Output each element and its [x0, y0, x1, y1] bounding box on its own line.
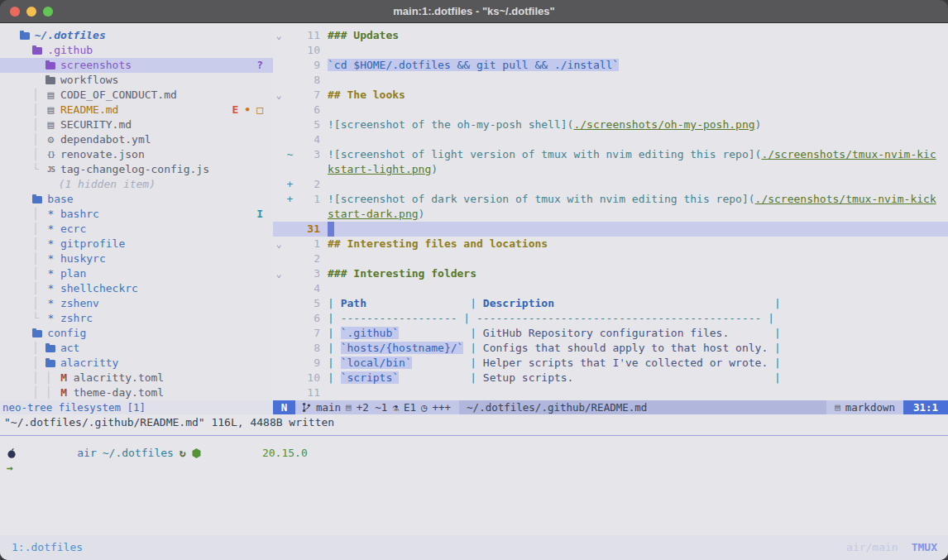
tree-item-tag-changelog-config-js[interactable]: └ JStag-changelog-config.js [0, 162, 273, 177]
editor-line[interactable]: 9| `local/bin` | Helper scripts that I'v… [273, 356, 948, 371]
tree-item-theme-day-toml[interactable]: │ │ Mtheme-day.toml [0, 385, 273, 400]
indent-guide: │ [7, 237, 45, 251]
indent-guide [7, 177, 59, 192]
node-icon [192, 419, 256, 488]
window-title: main:1:.dotfiles - "ks~/.dotfiles" [0, 5, 948, 17]
tree-item-github[interactable]: .github [0, 43, 273, 58]
tree-item-act[interactable]: │ act [0, 341, 273, 356]
tree-item-bashrc[interactable]: │ *bashrcI [0, 207, 273, 222]
close-button[interactable] [10, 7, 20, 17]
fold-column [273, 162, 285, 177]
tree-item-label: alacritty [60, 356, 118, 371]
line-number: 10 [295, 43, 328, 58]
zoom-button[interactable] [43, 7, 53, 17]
tree-item-readme-md[interactable]: │ ▤README.mdE•□ [0, 103, 273, 117]
tree-item-zshrc[interactable]: └ *zshrc [0, 311, 273, 326]
clock-icon: ◷ [421, 400, 428, 414]
tree-item-gitprofile[interactable]: │ *gitprofile [0, 237, 273, 251]
tree-item-ecrc[interactable]: │ *ecrc [0, 222, 273, 237]
neotree-panel[interactable]: ~/.dotfiles .github screenshots? workflo… [0, 23, 273, 400]
fold-open-icon[interactable]: ⌄ [273, 28, 285, 43]
js-icon: JS [45, 162, 56, 177]
fold-column [273, 385, 285, 400]
toml-icon: M [59, 371, 69, 385]
editor-line[interactable]: start-dark.png) [273, 207, 948, 222]
tree-item-alacritty-toml[interactable]: │ │ Malacritty.toml [0, 371, 273, 385]
sign-column [285, 237, 295, 251]
tree-item-dotfiles[interactable]: ~/.dotfiles [0, 28, 273, 43]
line-content: | `.github` | GitHub Repository configur… [328, 326, 948, 341]
tree-item-screenshots[interactable]: screenshots? [0, 58, 273, 73]
fold-column [273, 341, 285, 356]
tmux-window-tab[interactable]: 1:.dotfiles [0, 540, 83, 555]
editor-line[interactable]: 8 [273, 73, 948, 88]
terminal-window: main:1:.dotfiles - "ks~/.dotfiles" ~/.do… [0, 0, 948, 560]
shell-pane[interactable]: air ~/.dotfiles ↻ 20.15.0 → [0, 436, 948, 476]
sign-column [285, 88, 295, 103]
editor-line[interactable]: 5![screenshot of the oh-my-posh shell](.… [273, 117, 948, 132]
statusline-extra: +++ [433, 400, 452, 414]
tree-item-label: theme-day.toml [74, 385, 165, 400]
tree-item-plan[interactable]: │ *plan [0, 266, 273, 281]
editor-line[interactable]: 10 [273, 43, 948, 58]
prompt-path: ~/.dotfiles [103, 446, 174, 461]
tree-item-shellcheckrc[interactable]: │ *shellcheckrc [0, 281, 273, 296]
editor-line[interactable]: +2 [273, 177, 948, 192]
prompt-arrow[interactable]: → [7, 461, 948, 476]
editor-line[interactable]: ⌄ 1## Interesting files and locations [273, 237, 948, 251]
tree-item-1-hidden-item[interactable]: (1 hidden item) [0, 177, 273, 192]
tree-item-huskyrc[interactable]: │ *huskyrc [0, 251, 273, 266]
fold-open-icon[interactable]: ⌄ [273, 266, 285, 281]
mode-indicator: N [273, 400, 295, 414]
editor-line[interactable]: 5| Path | Description | [273, 296, 948, 311]
fold-open-icon[interactable]: ⌄ [273, 88, 285, 103]
folder-open-icon [32, 47, 42, 55]
braces-icon: {} [45, 147, 56, 162]
tree-item-zshenv[interactable]: │ *zshenv [0, 296, 273, 311]
editor-line[interactable]: 11 [273, 385, 948, 400]
fold-open-icon[interactable]: ⌄ [273, 237, 285, 251]
prompt-host: air [77, 446, 96, 461]
fold-column [273, 58, 285, 73]
editor-line[interactable]: 7| `.github` | GitHub Repository configu… [273, 326, 948, 341]
tree-item-renovate-json[interactable]: │ {}renovate.json [0, 147, 273, 162]
tree-item-alacritty[interactable]: │ alacritty [0, 356, 273, 371]
editor-line[interactable]: 4 [273, 281, 948, 296]
git-sign: ~ [285, 147, 295, 162]
line-number: 4 [295, 132, 328, 147]
indent-guide: │ [7, 132, 45, 147]
tree-item-dependabot-yml[interactable]: │ ⚙dependabot.yml [0, 132, 273, 147]
editor-line[interactable]: 4 [273, 132, 948, 147]
sign-column [285, 43, 295, 58]
indent-guide: │ [7, 266, 45, 281]
editor-line[interactable]: 6 [273, 103, 948, 117]
indent-guide: │ [7, 103, 45, 117]
editor-panel[interactable]: ⌄ 11### Updates 10 9`cd $HOME/.dotfiles … [273, 23, 948, 400]
tree-item-workflows[interactable]: workflows [0, 73, 273, 88]
editor-line[interactable]: kstart-light.png) [273, 162, 948, 177]
editor-line[interactable]: ⌄ 11### Updates [273, 28, 948, 43]
editor-line[interactable]: 6| ------------------ | ----------------… [273, 311, 948, 326]
editor-cursor-line[interactable]: 31 [273, 222, 948, 237]
editor-line[interactable]: 8| `hosts/{hostname}/` | Configs that sh… [273, 341, 948, 356]
git-diagnostic-badges: E•□ [232, 103, 273, 117]
editor-line[interactable]: ~3![screenshot of light version of tmux … [273, 147, 948, 162]
editor-line[interactable]: 2 [273, 251, 948, 266]
folder-open-icon [32, 196, 42, 203]
editor-line[interactable]: 10| `scripts` | Setup scripts. | [273, 371, 948, 385]
sign-column [285, 371, 295, 385]
editor-line[interactable]: +1![screenshot of dark version of tmux w… [273, 192, 948, 207]
node-version: 20.15.0 [262, 446, 308, 461]
tree-item-security-md[interactable]: │ ▤SECURITY.md [0, 117, 273, 132]
line-number: 10 [295, 371, 328, 385]
editor-line[interactable]: ⌄ 3### Interesting folders [273, 266, 948, 281]
indent-guide: │ [7, 88, 45, 103]
sign-column [285, 266, 295, 281]
tree-item-config[interactable]: config [0, 326, 273, 341]
line-content: | Path | Description | [328, 296, 948, 311]
tree-item-base[interactable]: base [0, 192, 273, 207]
minimize-button[interactable] [26, 7, 36, 17]
editor-line[interactable]: ⌄ 7## The looks [273, 88, 948, 103]
tree-item-code-of-conduct-md[interactable]: │ ▤CODE_OF_CONDUCT.md [0, 88, 273, 103]
editor-line[interactable]: 9`cd $HOME/.dotfiles && git pull && ./in… [273, 58, 948, 73]
